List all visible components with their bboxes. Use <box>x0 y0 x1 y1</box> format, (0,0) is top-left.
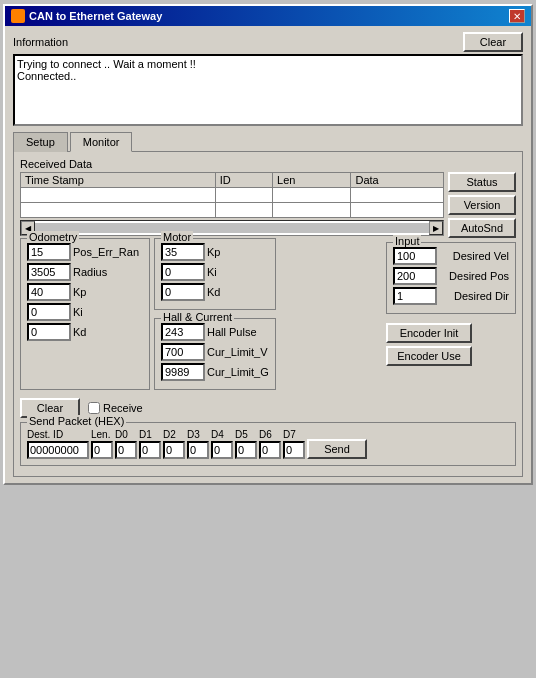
tab-setup[interactable]: Setup <box>13 132 68 152</box>
col-timestamp: Time Stamp <box>21 173 216 188</box>
window-title: CAN to Ethernet Gateway <box>29 10 162 22</box>
hall-label-2: Cur_Limit_G <box>207 366 269 378</box>
received-data-label: Received Data <box>20 158 516 170</box>
send-input-d7[interactable] <box>283 441 305 459</box>
hall-input-1[interactable] <box>161 343 205 361</box>
odo-label-1: Radius <box>73 266 133 278</box>
input-val-0[interactable] <box>393 247 437 265</box>
send-input-d0[interactable] <box>115 441 137 459</box>
send-col-label-d6: D6 <box>259 429 272 440</box>
send-input-d3[interactable] <box>187 441 209 459</box>
motor-input-0[interactable] <box>161 243 205 261</box>
odo-input-3[interactable] <box>27 303 71 321</box>
send-input-d6[interactable] <box>259 441 281 459</box>
motor-row-1: Ki <box>161 263 269 281</box>
send-col-label-d4: D4 <box>211 429 224 440</box>
send-col-d7: D7 <box>283 429 305 459</box>
cell <box>351 188 444 203</box>
send-input-d1[interactable] <box>139 441 161 459</box>
motor-label-2: Kd <box>207 286 267 298</box>
odo-input-2[interactable] <box>27 283 71 301</box>
send-col-d0: D0 <box>115 429 137 459</box>
send-input-destid[interactable] <box>27 441 89 459</box>
send-col-label-d2: D2 <box>163 429 176 440</box>
send-input-d2[interactable] <box>163 441 185 459</box>
motor-input-2[interactable] <box>161 283 205 301</box>
hall-label-1: Cur_Limit_V <box>207 346 268 358</box>
tab-content-monitor: Received Data Time Stamp ID Len Data <box>13 151 523 477</box>
scroll-track <box>35 223 429 233</box>
info-textarea[interactable]: Trying to connect .. Wait a moment !! Co… <box>13 54 523 126</box>
motor-group: Motor Kp Ki Kd <box>154 238 276 310</box>
odo-input-1[interactable] <box>27 263 71 281</box>
send-col-d4: D4 <box>211 429 233 459</box>
odo-row-2: Kp <box>27 283 143 301</box>
input-lbl-0: Desired Vel <box>439 250 509 262</box>
send-col-d5: D5 <box>235 429 257 459</box>
col-data: Data <box>351 173 444 188</box>
autosnd-button[interactable]: AutoSnd <box>448 218 516 238</box>
send-button-col: Send <box>307 427 367 459</box>
horizontal-scrollbar[interactable]: ◀ ▶ <box>20 220 444 236</box>
odometry-label: Odometry <box>27 231 79 243</box>
input-row-2: Desired Dir <box>393 287 509 305</box>
hall-row-0: Hall Pulse <box>161 323 269 341</box>
hall-current-group: Hall & Current Hall Pulse Cur_Limit_V <box>154 318 276 390</box>
input-lbl-1: Desired Pos <box>439 270 509 282</box>
send-col-destid: Dest. ID <box>27 429 89 459</box>
cell <box>273 203 351 218</box>
right-buttons: Status Version AutoSnd <box>448 172 516 238</box>
send-col-d3: D3 <box>187 429 209 459</box>
send-input-d4[interactable] <box>211 441 233 459</box>
odo-input-4[interactable] <box>27 323 71 341</box>
send-col-d6: D6 <box>259 429 281 459</box>
app-icon <box>11 9 25 23</box>
close-button[interactable]: ✕ <box>509 9 525 23</box>
receive-label: Receive <box>103 402 143 414</box>
odo-label-0: Pos_Err_Ran <box>73 246 139 258</box>
send-input-d5[interactable] <box>235 441 257 459</box>
odo-label-4: Kd <box>73 326 133 338</box>
send-col-label-d5: D5 <box>235 429 248 440</box>
send-col-d2: D2 <box>163 429 185 459</box>
odo-row-4: Kd <box>27 323 143 341</box>
info-clear-button[interactable]: Clear <box>463 32 523 52</box>
encoder-buttons: Encoder Init Encoder Use <box>386 323 516 366</box>
odo-input-0[interactable] <box>27 243 71 261</box>
title-bar: CAN to Ethernet Gateway ✕ <box>5 6 531 26</box>
input-lbl-2: Desired Dir <box>439 290 509 302</box>
send-button[interactable]: Send <box>307 439 367 459</box>
table-row <box>21 203 444 218</box>
motor-label-1: Ki <box>207 266 267 278</box>
lower-right: Input Desired Vel Desired Pos Desired Di… <box>386 238 516 394</box>
cell <box>21 188 216 203</box>
odometry-group: Odometry Pos_Err_Ran Radius Kp <box>20 238 150 390</box>
main-window: CAN to Ethernet Gateway ✕ Information Cl… <box>3 4 533 485</box>
input-val-1[interactable] <box>393 267 437 285</box>
col-len: Len <box>273 173 351 188</box>
send-input-len[interactable] <box>91 441 113 459</box>
odo-row-0: Pos_Err_Ran <box>27 243 143 261</box>
lower-left: Odometry Pos_Err_Ran Radius Kp <box>20 238 382 394</box>
scroll-right-arrow[interactable]: ▶ <box>429 221 443 235</box>
hall-input-2[interactable] <box>161 363 205 381</box>
motor-label-0: Kp <box>207 246 267 258</box>
data-table-section: Time Stamp ID Len Data <box>20 172 444 238</box>
input-val-2[interactable] <box>393 287 437 305</box>
hall-label-0: Hall Pulse <box>207 326 267 338</box>
motor-input-1[interactable] <box>161 263 205 281</box>
cell <box>351 203 444 218</box>
status-button[interactable]: Status <box>448 172 516 192</box>
tab-monitor[interactable]: Monitor <box>70 132 133 152</box>
receive-checkbox[interactable] <box>88 402 100 414</box>
cell <box>215 188 272 203</box>
data-table: Time Stamp ID Len Data <box>20 172 444 218</box>
encoder-use-button[interactable]: Encoder Use <box>386 346 472 366</box>
lower-main: Odometry Pos_Err_Ran Radius Kp <box>20 238 516 394</box>
send-packet-label: Send Packet (HEX) <box>27 415 126 427</box>
motor-hall-col: Motor Kp Ki Kd <box>154 238 276 394</box>
hall-row-1: Cur_Limit_V <box>161 343 269 361</box>
hall-input-0[interactable] <box>161 323 205 341</box>
version-button[interactable]: Version <box>448 195 516 215</box>
encoder-init-button[interactable]: Encoder Init <box>386 323 472 343</box>
